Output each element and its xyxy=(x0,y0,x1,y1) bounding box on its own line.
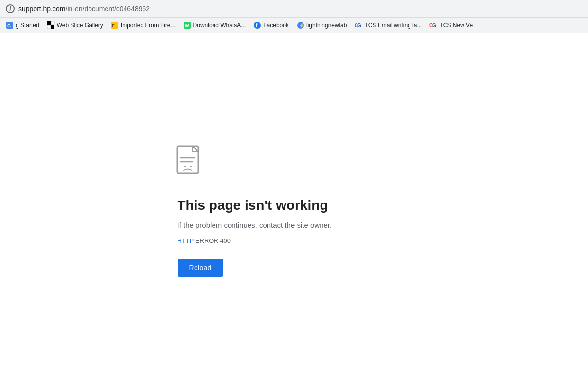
svg-text:G: G xyxy=(7,23,11,28)
bookmark-imported-from-label: Imported From Fire... xyxy=(121,22,176,29)
address-bar: i support.hp.com/in-en/document/c0464896… xyxy=(0,0,588,18)
svg-point-21 xyxy=(184,166,186,167)
getting-started-icon: G xyxy=(6,21,14,29)
bookmark-tcs-new-label: TCS New Ve xyxy=(439,22,473,29)
tcs-email-icon: C G xyxy=(355,21,362,29)
url-display: support.hp.com/in-en/document/c04648962 xyxy=(18,5,150,13)
bookmark-web-slice-gallery[interactable]: Web Slice Gallery xyxy=(43,19,107,31)
bookmark-lightningnewtab[interactable]: ⚡ lightningnewtab xyxy=(293,19,351,31)
error-heading: This page isn't working xyxy=(178,198,328,213)
svg-point-22 xyxy=(190,166,192,167)
error-code-rest: ERROR 400 xyxy=(194,237,231,244)
bookmark-download-whatsapp[interactable]: W Download WhatsA... xyxy=(179,19,250,31)
error-code: HTTP ERROR 400 xyxy=(178,237,231,244)
bookmark-imported-from[interactable]: F Imported From Fire... xyxy=(107,19,179,31)
error-container: This page isn't working If the problem c… xyxy=(148,145,440,277)
web-slice-icon xyxy=(47,21,55,29)
bookmark-lightningnewtab-label: lightningnewtab xyxy=(306,22,347,29)
imported-from-icon: F xyxy=(111,21,119,29)
http-text: HTTP xyxy=(178,237,194,244)
svg-text:⚡: ⚡ xyxy=(299,22,304,29)
bookmark-facebook[interactable]: f Facebook xyxy=(249,19,293,31)
bookmark-getting-started-label: g Started xyxy=(16,22,39,29)
lightning-icon: ⚡ xyxy=(297,21,304,29)
svg-rect-2 xyxy=(47,21,51,25)
bookmark-download-whatsapp-label: Download WhatsA... xyxy=(193,22,246,29)
svg-rect-4 xyxy=(47,25,51,29)
svg-text:G: G xyxy=(357,23,361,28)
svg-rect-5 xyxy=(51,25,54,29)
svg-text:F: F xyxy=(112,23,115,28)
url-domain: support.hp.com xyxy=(18,5,66,13)
bookmark-tcs-new[interactable]: C G TCS New Ve xyxy=(426,19,477,31)
tcs-new-icon: C G xyxy=(429,21,437,29)
svg-rect-3 xyxy=(51,21,54,25)
error-description: If the problem continues, contact the si… xyxy=(178,221,332,229)
bookmark-tcs-email[interactable]: C G TCS Email writing la... xyxy=(351,19,426,31)
url-path: /in-en/document/c04648962 xyxy=(66,5,150,13)
security-icon: i xyxy=(6,4,15,13)
bookmark-facebook-label: Facebook xyxy=(263,22,289,29)
reload-button[interactable]: Reload xyxy=(178,259,223,277)
error-icon xyxy=(175,145,206,183)
bookmark-getting-started[interactable]: G g Started xyxy=(2,19,43,31)
svg-text:W: W xyxy=(185,23,189,28)
bookmark-web-slice-gallery-label: Web Slice Gallery xyxy=(57,22,103,29)
bookmarks-bar: G g Started Web Slice Gallery F Imported… xyxy=(0,18,588,33)
svg-text:G: G xyxy=(432,23,436,28)
whatsapp-icon: W xyxy=(183,21,191,29)
facebook-icon: f xyxy=(253,21,261,29)
bookmark-tcs-email-label: TCS Email writing la... xyxy=(364,22,422,29)
main-content: This page isn't working If the problem c… xyxy=(0,33,588,388)
